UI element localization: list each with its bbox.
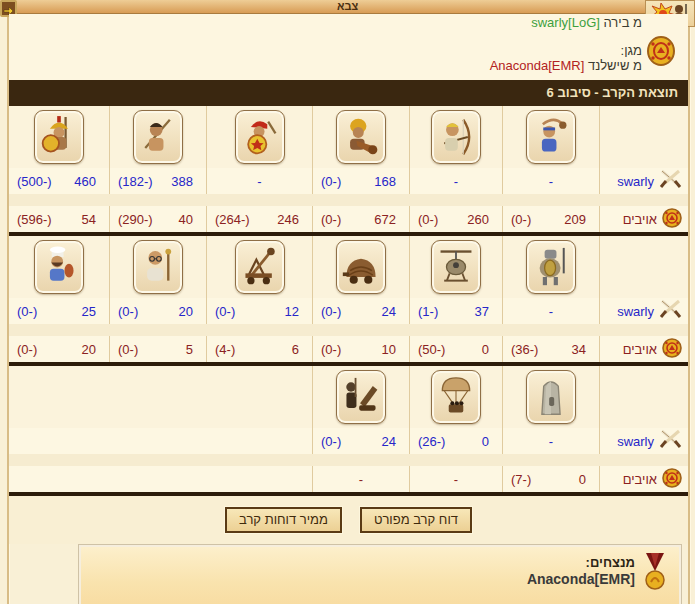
units-lost: (4-) — [215, 342, 235, 357]
units-remaining: 20 — [82, 342, 96, 357]
units-remaining: 54 — [82, 212, 96, 227]
unit-cell — [312, 236, 409, 298]
unit-count-cell: - — [502, 428, 599, 454]
unit-count-cell: - — [502, 298, 599, 324]
enemy-label-cell: אויבים — [599, 336, 688, 362]
units-lost: (1-) — [418, 304, 438, 319]
attacker-count-row: (0-)24(26-)0-swarly — [9, 428, 688, 454]
battle-result-title: תוצאת הקרב - סיבוב 6 — [547, 85, 678, 100]
crossed-swords-icon — [659, 299, 682, 323]
units-remaining: 34 — [572, 342, 586, 357]
attacker-name-link[interactable]: swarly[LoG] — [531, 15, 600, 30]
units-lost: (0-) — [418, 212, 438, 227]
units-remaining: 0 — [579, 472, 586, 487]
battle-report-screen: צבא swarly[LoG] מ בירה מגן: Anaconda[EMR… — [0, 0, 695, 604]
unit-count-cell: (0-)24 — [312, 428, 409, 454]
attacker-count-row: (0-)25(0-)20(0-)12(0-)24(1-)37-swarly — [9, 298, 688, 324]
unit-icon-swordsman[interactable] — [235, 110, 285, 164]
unit-icon-sulphur-carabineer[interactable] — [336, 110, 386, 164]
units-lost: (0-) — [511, 212, 531, 227]
unit-cell — [109, 106, 206, 168]
window-titlebar: צבא — [0, 0, 695, 14]
enemy-count-row: (596-)54(290-)40(264-)246(0-)672(0-)260(… — [9, 206, 688, 232]
unit-icon-cook[interactable] — [34, 240, 84, 294]
unit-count-cell: (50-)0 — [409, 336, 502, 362]
attacker-origin: מ בירה — [604, 15, 643, 30]
units-lost: (0-) — [321, 304, 341, 319]
unit-icon-steam-giant[interactable] — [526, 240, 576, 294]
defender-name-link[interactable]: Anaconda[EMR] — [490, 58, 585, 73]
units-remaining: 0 — [482, 342, 489, 357]
crossed-swords-icon — [659, 169, 682, 193]
unit-count-cell: (500-)460 — [9, 168, 109, 194]
empty-cell — [599, 106, 688, 168]
report-converter-button[interactable]: ממיר דוחות קרב — [225, 507, 342, 533]
unit-cell — [409, 366, 502, 428]
unit-count-cell: (0-)260 — [409, 206, 502, 232]
unit-icon-archer[interactable] — [431, 110, 481, 164]
unit-icon-town-wall[interactable] — [526, 370, 576, 424]
unit-icon-balloon-bombardier[interactable] — [431, 370, 481, 424]
units-lost: (26-) — [418, 434, 445, 449]
units-remaining: 0 — [482, 434, 489, 449]
units-lost: (0-) — [17, 304, 37, 319]
unit-icon-slinger[interactable] — [526, 110, 576, 164]
unit-icon-row — [9, 106, 688, 168]
detailed-report-button[interactable]: דוח קרב מפורט — [360, 507, 472, 533]
attacker-label: swarly — [617, 304, 654, 319]
unit-icon-catapult[interactable] — [235, 240, 285, 294]
defender-line: Anaconda[EMR] מ שישלנד — [9, 58, 688, 73]
unit-cell — [502, 106, 599, 168]
enemy-count-row: (0-)20(0-)5(4-)6(0-)10(50-)0(36-)34אויבי… — [9, 336, 688, 362]
units-remaining: 388 — [171, 174, 193, 189]
defender-label: מגן: — [9, 30, 688, 58]
units-lost: (264-) — [215, 212, 250, 227]
row-spacer — [9, 194, 688, 206]
unit-count-cell: (0-)25 — [9, 298, 109, 324]
button-row: ממיר דוחות קרב דוח קרב מפורט — [9, 496, 688, 544]
unit-count-cell: (182-)388 — [109, 168, 206, 194]
attacker-label-cell: swarly — [599, 168, 688, 194]
unit-icon-mortar[interactable] — [336, 370, 386, 424]
unit-cell — [9, 236, 109, 298]
units-remaining: 672 — [374, 212, 396, 227]
units-lost: (596-) — [17, 212, 52, 227]
units-remaining: 37 — [475, 304, 489, 319]
unit-count-cell: (0-)168 — [312, 168, 409, 194]
units-remaining: 24 — [382, 304, 396, 319]
units-lost: (290-) — [118, 212, 153, 227]
units-remaining: 25 — [82, 304, 96, 319]
unit-cell — [9, 106, 109, 168]
unit-cell — [502, 236, 599, 298]
unit-count-cell: (0-)5 — [109, 336, 206, 362]
unit-count-cell: (7-)0 — [502, 466, 599, 492]
unit-icon-doctor[interactable] — [133, 240, 183, 294]
unit-icon-gyrocopter[interactable] — [431, 240, 481, 294]
panel-right-border — [688, 13, 690, 604]
unit-icon-battering-ram[interactable] — [336, 240, 386, 294]
window-title: צבא — [337, 0, 358, 12]
units-lost: (0-) — [321, 434, 341, 449]
report-header: swarly[LoG] מ בירה מגן: Anaconda[EMR] מ … — [9, 14, 688, 80]
unit-count-cell: (0-)24 — [312, 298, 409, 324]
units-lost: (0-) — [118, 342, 138, 357]
unit-icon-spearman[interactable] — [133, 110, 183, 164]
unit-count-cell: (290-)40 — [109, 206, 206, 232]
units-remaining: 168 — [374, 174, 396, 189]
unit-cell — [206, 236, 312, 298]
unit-cell — [409, 106, 502, 168]
units-remaining: 260 — [467, 212, 489, 227]
unit-count-cell: (0-)10 — [312, 336, 409, 362]
units-lost: (0-) — [321, 342, 341, 357]
no-units-dash: - — [257, 174, 261, 189]
units-lost: (0-) — [215, 304, 235, 319]
unit-count-cell: - — [409, 168, 502, 194]
battle-result-header: תוצאת הקרב - סיבוב 6 — [9, 80, 688, 106]
attacker-line: swarly[LoG] מ בירה — [9, 14, 688, 30]
no-units-dash: - — [454, 472, 458, 487]
empty-cell — [599, 236, 688, 298]
units-lost: (0-) — [321, 174, 341, 189]
winners-box: מנצחים: Anaconda[EMR] — [78, 544, 682, 604]
unit-icon-hoplite[interactable] — [34, 110, 84, 164]
units-lost: (36-) — [511, 342, 538, 357]
